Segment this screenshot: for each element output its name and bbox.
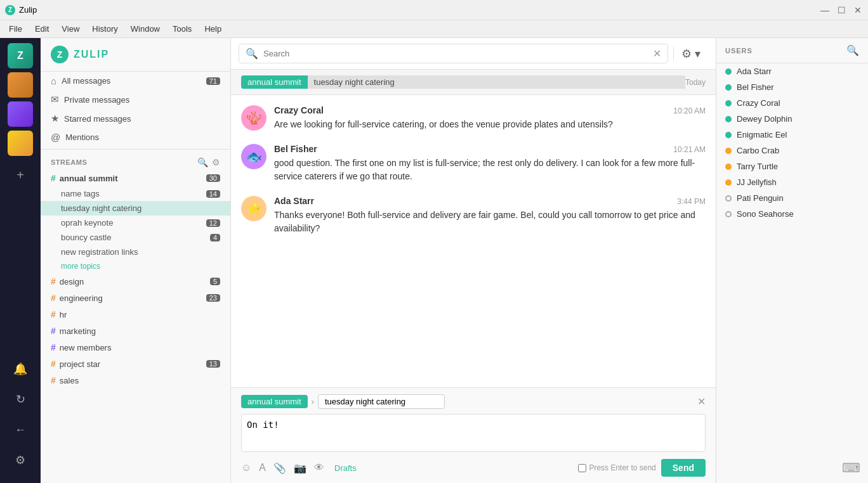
- topic-name-tags[interactable]: name tags 14: [41, 186, 230, 201]
- stream-marketing-hash: #: [51, 326, 56, 336]
- stream-annual-summit-label: annual summit: [60, 174, 202, 183]
- keyboard-icon[interactable]: ⌨: [842, 460, 860, 475]
- user-name-pati-penguin: Pati Penguin: [737, 193, 784, 203]
- drafts-link[interactable]: Drafts: [334, 463, 357, 473]
- topic-oprah-keynote[interactable]: oprah keynote 12: [41, 216, 230, 230]
- user-status-crazy-coral: [725, 100, 732, 106]
- org-icon-2[interactable]: [8, 101, 33, 127]
- menu-help[interactable]: Help: [198, 23, 228, 35]
- compose-close-button[interactable]: ✕: [697, 396, 706, 408]
- notifications-button[interactable]: 🔔: [8, 356, 33, 382]
- org-icon-0[interactable]: Z: [8, 43, 33, 68]
- press-enter-checkbox[interactable]: [578, 464, 586, 472]
- thread-topic: tuesday night catering: [308, 75, 685, 89]
- users-search-button[interactable]: 🔍: [846, 44, 859, 56]
- stream-project-star[interactable]: # project star 13: [41, 356, 230, 372]
- message-body-1: Bel Fisher 10:21 AM good question. The f…: [274, 144, 706, 183]
- menu-edit[interactable]: Edit: [29, 23, 55, 35]
- topic-tuesday-night-catering[interactable]: tuesday night catering: [41, 201, 230, 216]
- user-crazy-coral[interactable]: Crazy Coral: [716, 95, 868, 111]
- user-pati-penguin[interactable]: Pati Penguin: [716, 190, 868, 206]
- maximize-button[interactable]: ☐: [836, 5, 846, 15]
- user-status-pati-penguin: [725, 195, 732, 202]
- stream-sales[interactable]: # sales: [41, 372, 230, 389]
- streams-settings-button[interactable]: ⚙: [212, 157, 220, 167]
- user-name-bel-fisher: Bel Fisher: [737, 82, 774, 92]
- search-clear-button[interactable]: ✕: [653, 48, 661, 60]
- user-dewey-dolphin[interactable]: Dewey Dolphin: [716, 111, 868, 127]
- home-icon: ⌂: [51, 75, 56, 86]
- stream-hr[interactable]: # hr: [41, 306, 230, 323]
- send-button[interactable]: Send: [661, 459, 706, 477]
- user-name-carbo-crab: Carbo Crab: [737, 146, 779, 155]
- user-jj-jellyfish[interactable]: JJ Jellyfish: [716, 174, 868, 190]
- menu-file[interactable]: File: [3, 23, 29, 35]
- main-layout: Z + 🔔 ↻ ← ⚙ Z ZULIP ⌂ All messages 71: [0, 38, 868, 483]
- nav-private-messages[interactable]: ✉ Private messages: [41, 90, 230, 109]
- user-name-jj-jellyfish: JJ Jellyfish: [737, 177, 777, 187]
- menu-tools[interactable]: Tools: [166, 23, 198, 35]
- stream-new-members[interactable]: # new members: [41, 339, 230, 356]
- message-text-2: Thanks everyone! Both full-service and d…: [274, 209, 706, 235]
- message-header-0: Crazy Coral 10:20 AM: [274, 105, 706, 115]
- back-button[interactable]: ←: [8, 417, 33, 442]
- stream-annual-summit[interactable]: # annual summit 30: [41, 170, 230, 186]
- topic-new-registration-links[interactable]: new registration links: [41, 245, 230, 259]
- emoji-button[interactable]: ☺: [241, 462, 251, 473]
- message-2: ⭐ Ada Starr 3:44 PM Thanks everyone! Bot…: [241, 196, 706, 235]
- menu-window[interactable]: Window: [124, 23, 166, 35]
- compose-stream-selector[interactable]: annual summit: [241, 395, 308, 408]
- compose-message-input[interactable]: On it!: [241, 414, 706, 452]
- nav-starred-messages[interactable]: ★ Starred messages: [41, 109, 230, 128]
- top-right-gear-icon[interactable]: ⚙ ▾: [681, 47, 700, 61]
- nav-all-messages[interactable]: ⌂ All messages 71: [41, 72, 230, 90]
- search-input[interactable]: [263, 49, 648, 58]
- user-tarry-turtle[interactable]: Tarry Turtle: [716, 158, 868, 174]
- stream-engineering[interactable]: # engineering 23: [41, 290, 230, 306]
- compose-toolbar: ☺ A 📎 📷 👁 Drafts Press Enter to send Sen…: [241, 459, 706, 477]
- all-messages-badge: 71: [206, 77, 220, 85]
- users-header: USERS 🔍: [716, 38, 868, 63]
- add-org-button[interactable]: +: [8, 162, 33, 188]
- video-button[interactable]: 📷: [294, 462, 306, 474]
- stream-marketing[interactable]: # marketing: [41, 323, 230, 339]
- user-enigmatic-eel[interactable]: Enigmatic Eel: [716, 127, 868, 143]
- thread-header: annual summit tuesday night catering Tod…: [231, 70, 716, 95]
- close-button[interactable]: ✕: [853, 5, 863, 15]
- main-content: 🔍 ✕ ⚙ ▾ annual summit tuesday night cate…: [231, 38, 716, 483]
- search-icon: 🔍: [246, 48, 258, 60]
- more-topics-link[interactable]: more topics: [41, 259, 230, 273]
- user-ada-starr[interactable]: Ada Starr: [716, 63, 868, 79]
- star-icon: ★: [51, 113, 59, 124]
- topic-tuesday-night-catering-label: tuesday night catering: [61, 203, 220, 213]
- app-icon: Z: [5, 5, 15, 15]
- compose-topic-input[interactable]: tuesday night catering: [318, 394, 445, 409]
- stream-design[interactable]: # design 5: [41, 273, 230, 290]
- stream-project-star-hash: #: [51, 359, 56, 369]
- attachment-button[interactable]: 📎: [273, 462, 286, 474]
- user-sono-seahorse[interactable]: Sono Seahorse: [716, 206, 868, 222]
- stream-annual-summit-badge: 30: [206, 174, 220, 182]
- message-body-0: Crazy Coral 10:20 AM Are we looking for …: [274, 105, 706, 131]
- user-bel-fisher[interactable]: Bel Fisher: [716, 79, 868, 95]
- user-carbo-crab[interactable]: Carbo Crab: [716, 143, 868, 158]
- minimize-button[interactable]: —: [820, 5, 830, 15]
- nav-mentions[interactable]: @ Mentions: [41, 128, 230, 146]
- thread-date: Today: [685, 78, 706, 87]
- menubar: File Edit View History Window Tools Help: [0, 20, 868, 38]
- preview-button[interactable]: 👁: [314, 462, 324, 473]
- org-icon-1[interactable]: [8, 72, 33, 98]
- avatar-ada-starr: ⭐: [241, 196, 266, 221]
- topic-bouncy-castle[interactable]: bouncy castle 4: [41, 230, 230, 245]
- message-author-2: Ada Starr: [274, 196, 314, 206]
- menu-history[interactable]: History: [86, 23, 124, 35]
- menu-view[interactable]: View: [55, 23, 86, 35]
- thread-stream-tag[interactable]: annual summit: [241, 75, 308, 89]
- streams-search-button[interactable]: 🔍: [197, 157, 208, 167]
- titlebar-controls: — ☐ ✕: [820, 5, 863, 15]
- refresh-button[interactable]: ↻: [8, 387, 33, 412]
- format-text-button[interactable]: A: [259, 462, 266, 473]
- message-body-2: Ada Starr 3:44 PM Thanks everyone! Both …: [274, 196, 706, 235]
- settings-gear-icon[interactable]: ⚙: [8, 448, 33, 473]
- org-icon-3[interactable]: [8, 131, 33, 156]
